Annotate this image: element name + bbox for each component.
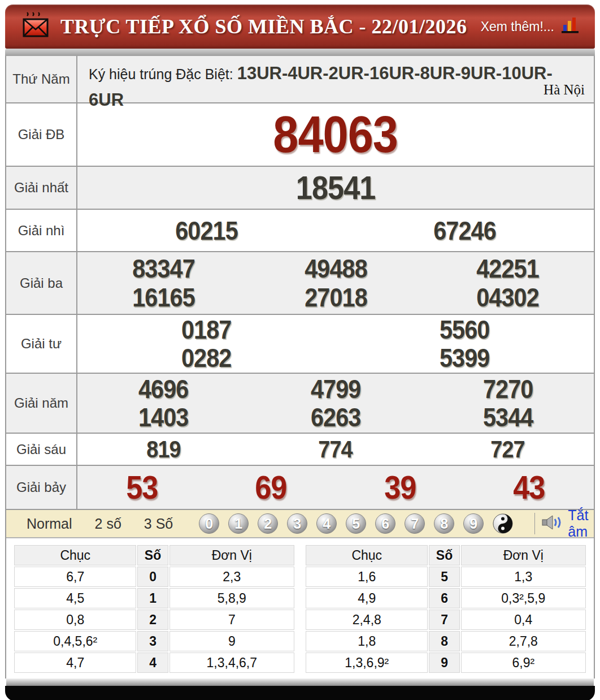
- header-bar: TRỰC TIẾP XỔ SỐ MIỀN BẮC - 22/01/2026 Xe…: [5, 5, 595, 49]
- digit-ball-8[interactable]: 8: [434, 513, 454, 534]
- see-more-link[interactable]: Xem thêm!...: [481, 19, 554, 34]
- digit-ball-1[interactable]: 1: [228, 513, 249, 534]
- prize-label: Giải năm: [6, 374, 77, 433]
- mute-button[interactable]: Tắt âm: [568, 507, 589, 540]
- digit-ball-5[interactable]: 5: [346, 513, 366, 534]
- prize-row-special: Giải ĐB 84063: [6, 103, 594, 167]
- units-cell: 2,3: [169, 567, 294, 587]
- table-row: 1,3,6,9² 9 6,9²: [306, 653, 586, 673]
- control-bar: Normal 2 số 3 Số 0 1 2 3 4 5 6 7 8 9: [6, 510, 594, 538]
- column-header-units: Đơn Vị: [169, 545, 294, 565]
- prize-number: 6263: [311, 404, 361, 430]
- digit-ball-0[interactable]: 0: [199, 513, 219, 534]
- mode-normal-button[interactable]: Normal: [27, 516, 72, 532]
- units-cell: 2,7,8: [461, 631, 586, 651]
- page-title: TRỰC TIẾP XỔ SỐ MIỀN BẮC - 22/01/2026: [60, 15, 467, 38]
- units-cell: 1,3,4,6,7: [169, 653, 294, 673]
- column-header-digit: Số: [137, 545, 168, 565]
- tens-cell: 0,4,5,6²: [14, 631, 136, 651]
- digit-cell: 2: [137, 610, 168, 630]
- stats-table-left: Chục Số Đơn Vị 6,7 0 2,3 4,5 1 5,8,9 0,8…: [13, 544, 295, 674]
- table-row: 4,9 6 0,3²,5,9: [306, 588, 586, 608]
- table-header-row: Chục Số Đơn Vị: [306, 545, 586, 565]
- prize-number: 49488: [305, 256, 367, 282]
- units-cell: 0,4: [461, 610, 586, 630]
- prize-number: 4799: [311, 376, 361, 402]
- stats-table-right: Chục Số Đơn Vị 1,6 5 1,3 4,9 6 0,3²,5,9 …: [305, 544, 587, 674]
- digit-ball-6[interactable]: 6: [375, 513, 395, 534]
- bar-chart-icon[interactable]: [561, 17, 580, 36]
- tens-cell: 2,4,8: [306, 610, 428, 630]
- prize-row-second: Giải nhì 60215 67246: [6, 210, 594, 252]
- prize-row-first: Giải nhất 18541: [6, 167, 594, 210]
- yin-yang-icon[interactable]: [493, 513, 513, 534]
- prize-label: Giải ba: [6, 252, 77, 314]
- digit-ball-2[interactable]: 2: [258, 513, 278, 534]
- units-cell: 9: [169, 631, 294, 651]
- lottery-widget: TRỰC TIẾP XỔ SỐ MIỀN BẮC - 22/01/2026 Xe…: [5, 5, 595, 700]
- prize-label: Giải tư: [6, 315, 77, 373]
- prize-number: 5399: [440, 345, 490, 371]
- table-row: 0,8 2 7: [14, 610, 294, 630]
- header-divider: [5, 49, 595, 56]
- mode-3so-button[interactable]: 3 Số: [144, 516, 173, 532]
- prize-number: 16165: [132, 284, 195, 310]
- prize-number: 42251: [476, 256, 539, 282]
- digit-cell: 6: [429, 588, 459, 608]
- column-header-units: Đơn Vị: [461, 545, 586, 565]
- prize-number: 819: [146, 438, 180, 461]
- digit-ball-9[interactable]: 9: [463, 513, 484, 534]
- units-cell: 7: [169, 610, 294, 630]
- units-cell: 1,3: [461, 567, 586, 587]
- prize-number: 5344: [482, 404, 533, 430]
- table-row: 1,8 8 2,7,8: [306, 631, 586, 651]
- prize-number: 60215: [175, 218, 238, 244]
- digit-cell: 4: [137, 653, 168, 673]
- sign-row: Thứ Năm Ký hiệu trúng Đặc Biệt: 13UR-4UR…: [6, 56, 594, 103]
- prize-number: 84063: [273, 109, 398, 160]
- digit-ball-7[interactable]: 7: [405, 513, 425, 534]
- column-header-tens: Chục: [306, 545, 428, 565]
- prize-row-seventh: Giải bảy 53 69 39 43: [6, 466, 594, 510]
- digit-cell: 7: [429, 610, 459, 630]
- digit-ball-3[interactable]: 3: [287, 513, 307, 534]
- statistics-section: Chục Số Đơn Vị 6,7 0 2,3 4,5 1 5,8,9 0,8…: [6, 538, 594, 679]
- prize-number: 774: [319, 438, 353, 461]
- digit-ball-4[interactable]: 4: [316, 513, 337, 534]
- table-row: 2,4,8 7 0,4: [306, 610, 586, 630]
- prize-number: 43: [514, 471, 545, 504]
- footer-divider: [6, 679, 594, 686]
- column-header-digit: Số: [429, 545, 459, 565]
- prize-row-fourth: Giải tư 0187 5560 0282 5399: [6, 315, 594, 374]
- digit-cell: 0: [137, 567, 168, 587]
- table-row: 0,4,5,6² 3 9: [14, 631, 294, 651]
- prize-number: 53: [126, 471, 158, 504]
- tens-cell: 1,6: [306, 567, 428, 587]
- digit-cell: 3: [137, 631, 168, 651]
- prize-row-sixth: Giải sáu 819 774 727: [6, 434, 594, 466]
- tens-cell: 4,7: [14, 653, 136, 673]
- digit-cell: 9: [429, 653, 459, 673]
- prize-row-third: Giải ba 83347 49488 42251 16165 27018 04…: [6, 252, 594, 315]
- speaker-icon[interactable]: [542, 515, 561, 533]
- province-label: Hà Nội: [544, 82, 585, 98]
- units-cell: 5,8,9: [169, 588, 294, 608]
- tens-cell: 4,5: [14, 588, 136, 608]
- tens-cell: 1,3,6,9²: [306, 653, 428, 673]
- prize-number: 18541: [296, 171, 376, 204]
- prize-number: 1403: [138, 404, 189, 430]
- digit-cell: 1: [137, 588, 168, 608]
- day-label: Thứ Năm: [6, 56, 77, 102]
- mode-2so-button[interactable]: 2 số: [95, 516, 121, 532]
- prize-number: 0187: [181, 317, 232, 343]
- prize-label: Giải bảy: [6, 466, 77, 509]
- footer-bar: [5, 686, 595, 700]
- digit-cell: 5: [429, 567, 459, 587]
- divider: [534, 513, 535, 534]
- prize-number: 0282: [181, 345, 232, 371]
- prize-number: 5560: [440, 317, 490, 343]
- sign-label: Ký hiệu trúng Đặc Biệt:: [89, 66, 233, 82]
- tens-cell: 0,8: [14, 610, 136, 630]
- prize-label: Giải nhất: [6, 167, 77, 209]
- table-header-row: Chục Số Đơn Vị: [14, 545, 294, 565]
